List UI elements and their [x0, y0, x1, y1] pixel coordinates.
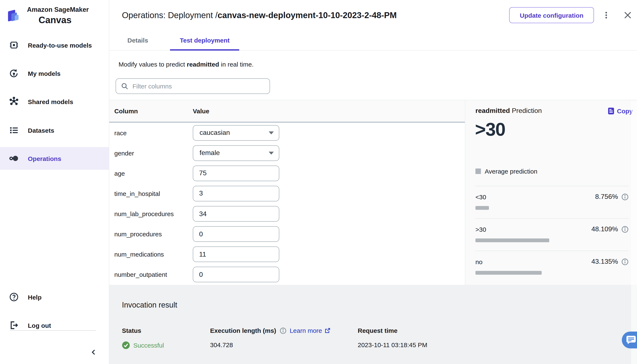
sidebar-item-label: Operations	[28, 155, 61, 162]
request-time-header: Request time	[358, 327, 397, 334]
status-value: Successful	[122, 341, 164, 349]
info-icon[interactable]	[621, 226, 628, 233]
sidebar-item-operations[interactable]: Operations	[0, 147, 109, 170]
scrollbar-gutter[interactable]	[631, 101, 637, 364]
probability-bar	[475, 271, 541, 275]
average-prediction-legend: Average prediction	[475, 168, 537, 175]
time-in-hospital-input[interactable]	[193, 186, 279, 202]
deployment-name: canvas-new-deployment-10-10-2023-2-48-PM	[218, 10, 397, 20]
row-label: race	[114, 129, 193, 136]
app-window: Amazon SageMaker Canvas Ready-to-use mod…	[0, 0, 637, 364]
age-input[interactable]	[193, 166, 279, 181]
status-text: Successful	[133, 342, 164, 349]
help-icon	[9, 292, 20, 302]
kebab-menu-button[interactable]	[600, 8, 612, 22]
sidebar: Amazon SageMaker Canvas Ready-to-use mod…	[0, 0, 109, 364]
success-check-icon	[122, 341, 130, 349]
chip-icon	[9, 40, 20, 50]
table-row: number_outpatient	[109, 264, 465, 285]
chat-widget-button[interactable]	[622, 332, 637, 348]
probability-row: no 43.135%	[475, 251, 628, 283]
tab-bar: Details Test deployment	[109, 30, 637, 50]
close-icon	[624, 12, 631, 19]
close-button[interactable]	[621, 8, 634, 22]
tab-test-deployment[interactable]: Test deployment	[170, 30, 239, 50]
sidebar-item-label: Log out	[28, 322, 51, 329]
sidebar-item-label: Datasets	[28, 126, 54, 134]
row-label: time_in_hospital	[114, 190, 193, 197]
probability-bar	[475, 238, 549, 242]
external-link-icon	[325, 327, 331, 334]
prediction-heading: readmitted Prediction	[475, 107, 542, 114]
copy-button[interactable]: Copy	[608, 107, 633, 114]
sidebar-collapse-button[interactable]	[88, 346, 100, 358]
legend-label: Average prediction	[485, 168, 537, 175]
sidebar-item-datasets[interactable]: Datasets	[0, 119, 109, 142]
intro-prefix: Modify values to predict	[119, 61, 187, 68]
sidebar-item-my-models[interactable]: My models	[0, 62, 109, 85]
class-percentage: 43.135%	[591, 258, 618, 266]
learn-more-link[interactable]: Learn more	[290, 327, 331, 334]
test-deployment-workarea: Column Value race caucasian gender femal…	[109, 100, 637, 285]
number-outpatient-input[interactable]	[193, 267, 279, 282]
num-lab-procedures-input[interactable]	[193, 206, 279, 222]
table-row: num_procedures	[109, 224, 465, 244]
update-configuration-button[interactable]: Update configuration	[509, 7, 594, 23]
kebab-icon	[602, 11, 610, 20]
sagemaker-canvas-logo-icon	[8, 9, 22, 24]
race-select[interactable]: caucasian	[193, 125, 279, 140]
network-nodes-icon	[9, 96, 20, 106]
invocation-result-section: Invocation result Status Execution lengt…	[109, 285, 637, 364]
probability-row: <30 8.756%	[475, 186, 628, 218]
request-time-value: 2023-10-11 03:18:45 PM	[358, 341, 427, 348]
page-title: Operations: Deployment / canvas-new-depl…	[122, 0, 397, 30]
brand-line2: Canvas	[27, 15, 83, 26]
input-table: Column Value race caucasian gender femal…	[109, 100, 465, 285]
execution-length-value: 304.728	[210, 341, 233, 348]
class-label: <30	[475, 193, 486, 200]
chevron-down-icon	[269, 131, 274, 134]
list-icon	[9, 125, 20, 135]
sidebar-item-logout[interactable]: Log out	[0, 314, 109, 336]
info-icon[interactable]	[280, 327, 286, 334]
legend-swatch	[475, 168, 481, 174]
invocation-heading: Invocation result	[122, 301, 177, 310]
sidebar-item-help[interactable]: Help	[0, 286, 109, 308]
table-row: age	[109, 163, 465, 184]
row-label: num_procedures	[114, 230, 193, 238]
row-label: age	[114, 170, 193, 177]
copy-label: Copy	[617, 107, 633, 114]
row-label: number_outpatient	[114, 271, 193, 278]
chevron-left-icon	[90, 348, 97, 356]
num-procedures-input[interactable]	[193, 226, 279, 242]
probability-row: >30 48.109%	[475, 218, 628, 251]
operations-icon	[9, 153, 20, 164]
model-refresh-icon	[9, 68, 20, 78]
sidebar-item-label: Shared models	[28, 98, 73, 105]
info-icon[interactable]	[621, 258, 628, 265]
intro-text: Modify values to predict readmitted in r…	[119, 61, 254, 68]
gender-select[interactable]: female	[193, 145, 279, 161]
info-icon[interactable]	[621, 193, 628, 200]
filter-columns-input[interactable]: Filter columns	[116, 78, 270, 94]
num-medications-input[interactable]	[193, 247, 279, 262]
copy-icon	[608, 107, 614, 114]
sidebar-divider	[10, 330, 96, 331]
class-label: >30	[475, 226, 486, 233]
tab-details[interactable]: Details	[118, 30, 158, 50]
execution-length-header: Execution length (ms) Learn more	[210, 327, 331, 334]
learn-more-label: Learn more	[290, 327, 322, 334]
sidebar-item-shared-models[interactable]: Shared models	[0, 90, 109, 113]
table-row: time_in_hospital	[109, 184, 465, 204]
intro-suffix: in real time.	[219, 61, 254, 68]
status-header: Status	[122, 327, 141, 334]
main-panel: Operations: Deployment / canvas-new-depl…	[109, 0, 637, 364]
prediction-probability-list: <30 8.756% >30 48.109%	[465, 186, 637, 283]
sidebar-item-ready-to-use-models[interactable]: Ready-to-use models	[0, 34, 109, 56]
chat-icon	[626, 335, 636, 344]
chevron-down-icon	[269, 152, 274, 154]
class-percentage: 48.109%	[591, 226, 618, 233]
intro-target-column: readmitted	[187, 61, 219, 68]
row-label: gender	[114, 149, 193, 156]
filter-placeholder: Filter columns	[132, 82, 172, 90]
